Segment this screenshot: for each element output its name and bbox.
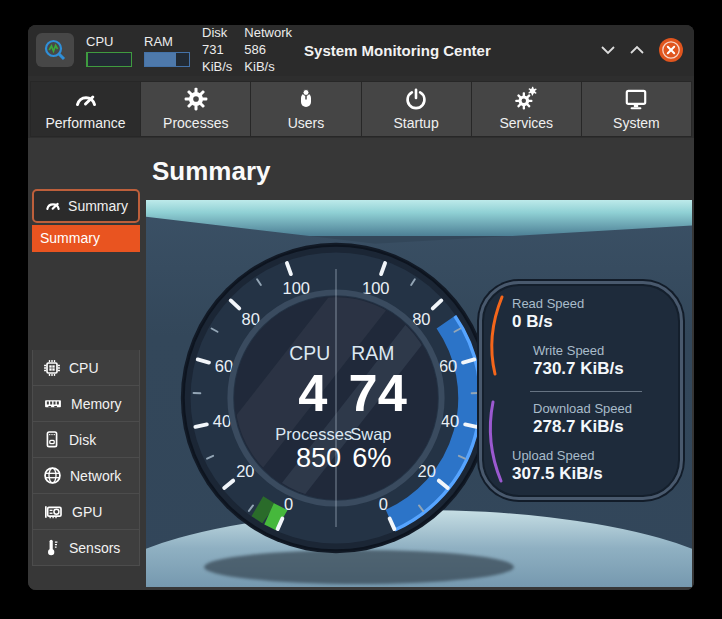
gauge-right-label: RAM — [351, 342, 394, 364]
gauge-tick-label: 0 — [379, 495, 388, 513]
titlebar: CPU RAM Disk 731 KiB/s Network 586 KiB/s… — [28, 25, 694, 76]
window-title: System Monitoring Center — [304, 42, 491, 59]
tab-users[interactable]: Users — [251, 81, 361, 137]
ram-icon — [42, 394, 64, 414]
gauge-tick-label: 40 — [213, 412, 231, 430]
cpu-ram-gauge: 0 20 40 60 80 100 0 20 40 60 80 100 — [176, 238, 496, 558]
drive-icon — [42, 429, 62, 450]
gears-icon — [513, 86, 539, 112]
gpu-icon — [42, 502, 65, 522]
cpu-stat: CPU — [86, 34, 132, 67]
network-stat-label: Network — [244, 25, 292, 42]
maximize-button[interactable] — [628, 35, 646, 65]
speed-panel: Read Speed 0 B/s Write Speed 730.7 KiB/s… — [479, 281, 683, 500]
write-speed-row: Write Speed 730.7 KiB/s — [533, 343, 624, 379]
tab-label: Startup — [394, 115, 439, 131]
sidebar-item-label: Disk — [69, 432, 96, 448]
sidebar-item-disk[interactable]: Disk — [32, 422, 140, 458]
disk-stat-value: 731 KiB/s — [202, 42, 232, 76]
network-stat: Network 586 KiB/s — [244, 25, 292, 76]
cpu-stat-label: CPU — [86, 34, 132, 51]
sidebar-item-sensors[interactable]: Sensors — [32, 530, 140, 566]
sidebar-item-summary-selected[interactable]: Summary — [32, 225, 140, 252]
tab-label: Processes — [163, 115, 228, 131]
tab-label: System — [613, 115, 660, 131]
gauge-tick-label: 60 — [439, 357, 457, 375]
gauge-icon — [44, 198, 62, 214]
close-circle-x-icon — [658, 37, 684, 63]
app-window: CPU RAM Disk 731 KiB/s Network 586 KiB/s… — [28, 25, 694, 590]
ram-meter-fill — [145, 53, 176, 66]
gauge-left-sub-value: 850 — [296, 442, 341, 473]
sidebar-tab-summary[interactable]: Summary — [32, 189, 140, 223]
sidebar-item-label: CPU — [69, 360, 99, 376]
close-button[interactable] — [658, 35, 684, 65]
content-area: Summary Summary — [28, 138, 694, 590]
speed-panel-divider — [530, 391, 642, 392]
sidebar-item-label: Network — [70, 468, 121, 484]
summary-dashboard: 0 20 40 60 80 100 0 20 40 60 80 100 — [146, 200, 692, 587]
read-speed-value: 0 B/s — [512, 312, 584, 332]
gauge-icon — [73, 86, 99, 112]
tab-services[interactable]: Services — [472, 81, 582, 137]
sidebar-tab-label: Summary — [68, 198, 128, 214]
sidebar-item-network[interactable]: Network — [32, 458, 140, 494]
cpu-meter — [86, 52, 132, 67]
gear-icon — [183, 86, 209, 112]
gauge-right-sub-label: Swap — [350, 424, 391, 442]
tab-startup[interactable]: Startup — [362, 81, 472, 137]
upload-speed-label: Upload Speed — [512, 448, 603, 463]
read-speed-row: Read Speed 0 B/s — [512, 296, 584, 332]
gauge-tick-label: 0 — [284, 495, 293, 513]
main-panel: Summary — [145, 138, 694, 590]
toolbar: Performance — [28, 76, 694, 138]
ram-meter — [144, 52, 190, 67]
ram-stat-label: RAM — [144, 34, 190, 51]
chevron-up-icon — [629, 45, 645, 55]
chevron-down-icon — [600, 45, 616, 55]
network-stat-value: 586 KiB/s — [244, 42, 292, 76]
write-speed-value: 730.7 KiB/s — [533, 359, 624, 379]
sidebar-item-memory[interactable]: Memory — [32, 386, 140, 422]
sidebar-item-label: Sensors — [69, 540, 120, 556]
tab-label: Performance — [46, 115, 126, 131]
sidebar-item-label: GPU — [72, 504, 102, 520]
tab-processes[interactable]: Processes — [141, 81, 251, 137]
disk-stat: Disk 731 KiB/s — [202, 25, 232, 76]
gauge-tick-label: 40 — [441, 412, 459, 430]
download-speed-row: Download Speed 278.7 KiB/s — [533, 401, 632, 437]
disk-stat-label: Disk — [202, 25, 232, 42]
page-title: Summary — [152, 156, 691, 187]
sidebar-spacer — [32, 252, 140, 350]
sidebar: Summary Summary — [28, 138, 145, 590]
tab-label: Users — [288, 115, 325, 131]
gauge-left-sub-label: Processes — [275, 424, 352, 442]
upload-speed-row: Upload Speed 307.5 KiB/s — [512, 448, 603, 484]
sidebar-item-label: Summary — [40, 230, 100, 246]
gauge-tick-label: 60 — [215, 357, 233, 375]
app-logo — [36, 33, 74, 67]
write-speed-label: Write Speed — [533, 343, 624, 358]
ram-stat: RAM — [144, 34, 190, 67]
minimize-button[interactable] — [599, 35, 617, 65]
download-speed-value: 278.7 KiB/s — [533, 417, 632, 437]
tab-performance[interactable]: Performance — [30, 81, 141, 137]
magnifier-waveform-icon — [43, 38, 67, 62]
sidebar-item-label: Memory — [71, 396, 122, 412]
power-icon — [403, 86, 429, 112]
cpu-meter-fill — [87, 53, 88, 66]
gauge-right-value: 74 — [349, 363, 407, 421]
globe-icon — [42, 465, 63, 486]
read-speed-label: Read Speed — [512, 296, 584, 311]
sidebar-item-cpu[interactable]: CPU — [32, 350, 140, 386]
gauge-left-label: CPU — [289, 342, 330, 364]
user-icon — [294, 86, 318, 112]
monitor-icon — [623, 86, 649, 112]
thermometer-icon — [42, 537, 62, 558]
upload-speed-value: 307.5 KiB/s — [512, 464, 603, 484]
titlebar-stats: CPU RAM Disk 731 KiB/s Network 586 KiB/s — [86, 25, 292, 76]
tab-system[interactable]: System — [582, 81, 692, 137]
gauge-right-sub-value: 6% — [352, 442, 391, 473]
download-speed-label: Download Speed — [533, 401, 632, 416]
sidebar-item-gpu[interactable]: GPU — [32, 494, 140, 530]
